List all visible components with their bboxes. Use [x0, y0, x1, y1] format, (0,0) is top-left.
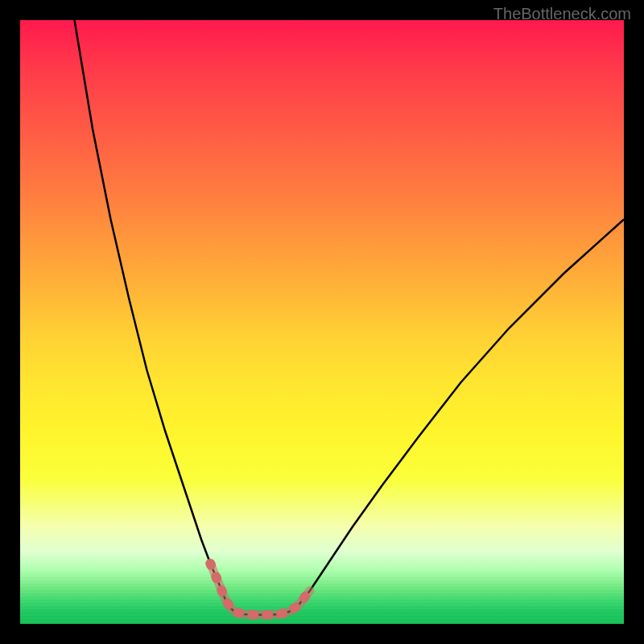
curve-svg: [20, 20, 624, 624]
fitness-marker-underlay: [210, 564, 310, 615]
watermark-text: TheBottleneck.com: [493, 5, 631, 23]
curve-group: [75, 20, 625, 615]
bottleneck-curve-path: [75, 20, 625, 615]
